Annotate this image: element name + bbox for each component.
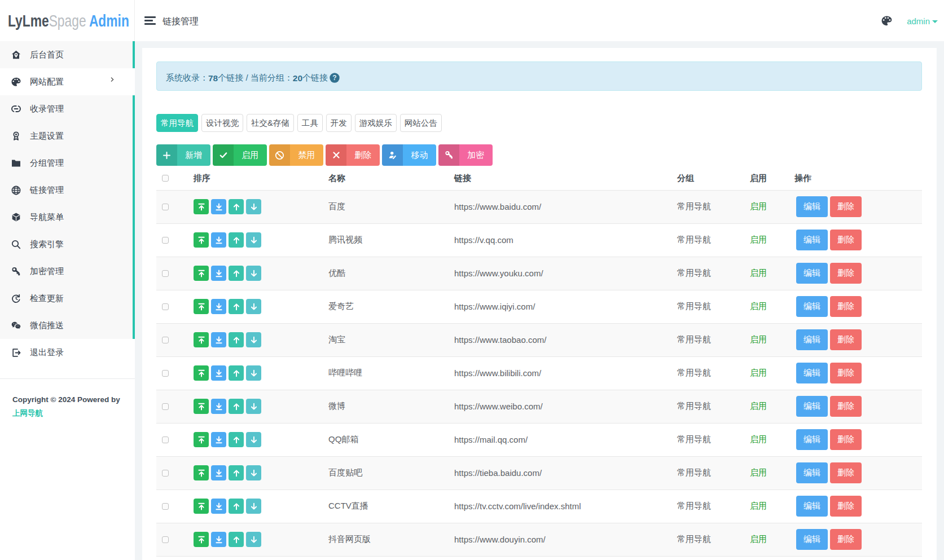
svg-text:?: ? [332,74,336,82]
